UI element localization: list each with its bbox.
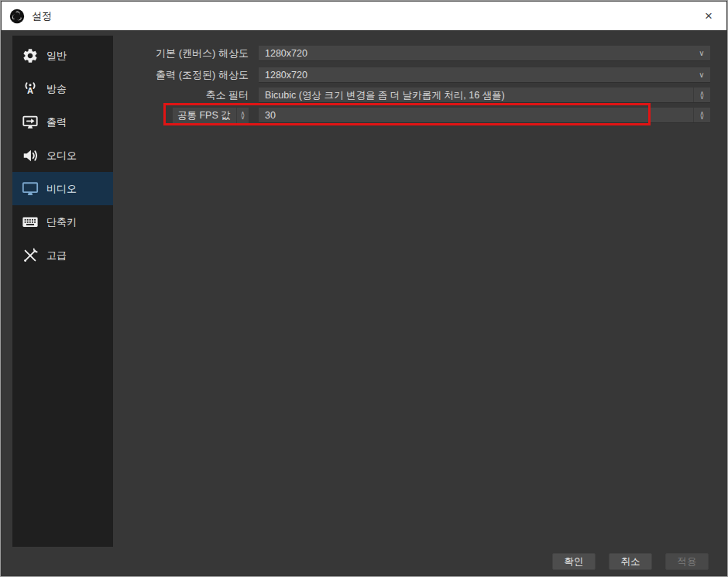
sidebar-item-output[interactable]: 출력 [12, 105, 113, 139]
output-resolution-value: 1280x720 [265, 67, 693, 83]
spin-down-icon[interactable]: ∨ [700, 115, 705, 119]
sidebar-item-video[interactable]: 비디오 [12, 172, 113, 205]
obs-logo-icon [9, 9, 25, 24]
chevron-down-icon[interactable]: ∨ [693, 46, 710, 61]
video-icon [21, 180, 39, 198]
settings-sidebar: 일반 A 방송 출력 [12, 36, 113, 547]
label-downscale-filter: 축소 필터 [121, 88, 249, 103]
ok-button[interactable]: 확인 [552, 553, 596, 570]
sidebar-item-stream[interactable]: A 방송 [12, 72, 113, 105]
sidebar-item-hotkeys[interactable]: 단축키 [12, 205, 113, 239]
cancel-button[interactable]: 취소 [609, 553, 652, 570]
tools-icon [21, 246, 39, 265]
broadcast-icon: A [21, 80, 39, 98]
sidebar-item-label: 방송 [46, 82, 67, 96]
spinner-arrows-icon[interactable]: ∧ ∨ [236, 108, 249, 123]
audio-icon [21, 146, 39, 165]
downscale-filter-combobox[interactable]: Bicubic (영상 크기 변경을 좀 더 날카롭게 처리, 16 샘플) ∧… [259, 88, 710, 103]
sidebar-item-label: 오디오 [46, 149, 77, 163]
sidebar-item-label: 단축키 [46, 215, 77, 229]
keyboard-icon [21, 213, 39, 232]
sidebar-item-advanced[interactable]: 고급 [12, 239, 113, 272]
sidebar-item-label: 일반 [46, 49, 67, 63]
svg-text:A: A [27, 85, 33, 94]
sidebar-item-general[interactable]: 일반 [12, 39, 113, 72]
settings-dialog: 설정 × 일반 A 방송 [0, 0, 728, 577]
close-button[interactable]: × [691, 2, 726, 30]
spinner-arrows-icon[interactable]: ∧ ∨ [693, 108, 710, 122]
fps-type-value: 공통 FPS 값 [177, 109, 236, 122]
label-base-resolution: 기본 (캔버스) 해상도 [121, 46, 249, 61]
sidebar-item-label: 출력 [46, 115, 67, 129]
dialog-title: 설정 [32, 9, 52, 23]
gear-icon [21, 46, 39, 65]
apply-button[interactable]: 적용 [665, 553, 709, 570]
label-output-resolution: 출력 (조정된) 해상도 [121, 67, 249, 83]
title-bar: 설정 × [2, 2, 726, 30]
sidebar-item-label: 비디오 [46, 182, 77, 196]
output-icon [21, 113, 39, 132]
base-resolution-combobox[interactable]: 1280x720 ∨ [259, 46, 710, 61]
spinner-arrows-icon[interactable]: ∧ ∨ [693, 88, 710, 102]
fps-value: 30 [265, 108, 693, 123]
base-resolution-value: 1280x720 [265, 46, 693, 61]
spin-down-icon[interactable]: ∨ [241, 115, 246, 119]
fps-type-combobox[interactable]: 공통 FPS 값 ∧ ∨ [173, 108, 249, 124]
sidebar-item-audio[interactable]: 오디오 [12, 139, 113, 172]
sidebar-item-label: 고급 [46, 249, 67, 263]
spin-down-icon[interactable]: ∨ [700, 95, 705, 99]
downscale-filter-value: Bicubic (영상 크기 변경을 좀 더 날카롭게 처리, 16 샘플) [265, 88, 693, 103]
output-resolution-combobox[interactable]: 1280x720 ∨ [259, 67, 710, 83]
chevron-down-icon[interactable]: ∨ [693, 67, 710, 83]
fps-value-spinbox[interactable]: 30 ∧ ∨ [259, 108, 710, 123]
